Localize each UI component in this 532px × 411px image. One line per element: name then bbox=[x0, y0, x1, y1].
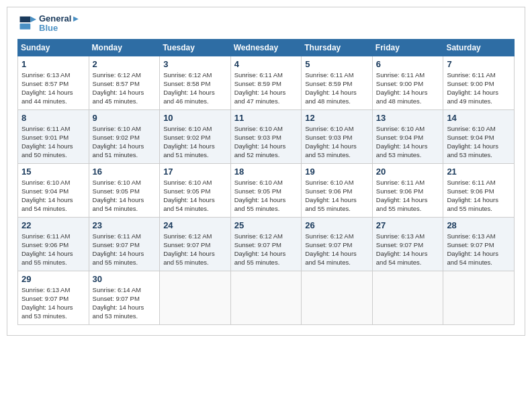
day-number: 8 bbox=[21, 113, 85, 123]
day-cell: 8 Sunrise: 6:11 AMSunset: 9:01 PMDayligh… bbox=[18, 109, 89, 163]
day-number: 20 bbox=[376, 167, 440, 177]
day-number: 5 bbox=[305, 59, 369, 69]
day-cell: 17 Sunrise: 6:10 AMSunset: 9:05 PMDaylig… bbox=[160, 163, 231, 217]
header-cell-sunday: Sunday bbox=[18, 39, 89, 56]
day-cell: 13 Sunrise: 6:10 AMSunset: 9:04 PMDaylig… bbox=[372, 109, 443, 163]
calendar-table: SundayMondayTuesdayWednesdayThursdayFrid… bbox=[17, 39, 515, 325]
day-cell: 30 Sunrise: 6:14 AMSunset: 9:07 PMDaylig… bbox=[89, 271, 160, 324]
day-cell: 5 Sunrise: 6:11 AMSunset: 8:59 PMDayligh… bbox=[302, 56, 373, 109]
day-info: Sunrise: 6:11 AMSunset: 8:59 PMDaylight:… bbox=[305, 71, 369, 106]
day-number: 24 bbox=[163, 220, 227, 230]
day-cell: 11 Sunrise: 6:10 AMSunset: 9:03 PMDaylig… bbox=[230, 109, 302, 163]
week-row-1: 1 Sunrise: 6:13 AMSunset: 8:57 PMDayligh… bbox=[18, 56, 515, 109]
logo-icon bbox=[17, 14, 36, 33]
week-row-4: 22 Sunrise: 6:11 AMSunset: 9:06 PMDaylig… bbox=[18, 217, 515, 271]
day-cell: 3 Sunrise: 6:12 AMSunset: 8:58 PMDayligh… bbox=[160, 56, 231, 109]
day-number: 3 bbox=[163, 59, 227, 69]
day-info: Sunrise: 6:12 AMSunset: 9:07 PMDaylight:… bbox=[305, 232, 369, 267]
calendar-page: General► Blue SundayMondayTuesdayWednesd… bbox=[7, 7, 525, 336]
day-cell: 15 Sunrise: 6:10 AMSunset: 9:04 PMDaylig… bbox=[18, 163, 89, 217]
day-cell bbox=[230, 271, 302, 324]
header-cell-saturday: Saturday bbox=[443, 39, 515, 56]
day-info: Sunrise: 6:10 AMSunset: 9:04 PMDaylight:… bbox=[376, 124, 440, 160]
day-info: Sunrise: 6:11 AMSunset: 9:06 PMDaylight:… bbox=[447, 178, 511, 214]
day-cell: 20 Sunrise: 6:11 AMSunset: 9:06 PMDaylig… bbox=[372, 163, 443, 217]
day-info: Sunrise: 6:13 AMSunset: 9:07 PMDaylight:… bbox=[447, 232, 511, 267]
day-number: 14 bbox=[447, 113, 511, 123]
week-row-2: 8 Sunrise: 6:11 AMSunset: 9:01 PMDayligh… bbox=[18, 109, 515, 163]
day-number: 22 bbox=[21, 220, 85, 230]
day-cell: 27 Sunrise: 6:13 AMSunset: 9:07 PMDaylig… bbox=[372, 217, 443, 271]
day-cell: 7 Sunrise: 6:11 AMSunset: 9:00 PMDayligh… bbox=[443, 56, 515, 109]
day-number: 10 bbox=[163, 113, 227, 123]
day-info: Sunrise: 6:10 AMSunset: 9:05 PMDaylight:… bbox=[234, 178, 298, 214]
day-cell: 18 Sunrise: 6:10 AMSunset: 9:05 PMDaylig… bbox=[230, 163, 302, 217]
day-info: Sunrise: 6:11 AMSunset: 9:00 PMDaylight:… bbox=[447, 71, 511, 106]
day-cell: 28 Sunrise: 6:13 AMSunset: 9:07 PMDaylig… bbox=[443, 217, 515, 271]
day-info: Sunrise: 6:11 AMSunset: 8:59 PMDaylight:… bbox=[234, 71, 298, 106]
day-cell: 4 Sunrise: 6:11 AMSunset: 8:59 PMDayligh… bbox=[230, 56, 302, 109]
header-cell-wednesday: Wednesday bbox=[230, 39, 302, 56]
day-info: Sunrise: 6:10 AMSunset: 9:03 PMDaylight:… bbox=[305, 124, 369, 160]
day-info: Sunrise: 6:11 AMSunset: 9:07 PMDaylight:… bbox=[93, 232, 157, 267]
header-cell-tuesday: Tuesday bbox=[160, 39, 231, 56]
day-cell: 6 Sunrise: 6:11 AMSunset: 9:00 PMDayligh… bbox=[372, 56, 443, 109]
day-number: 25 bbox=[234, 220, 298, 230]
day-info: Sunrise: 6:12 AMSunset: 8:58 PMDaylight:… bbox=[163, 71, 227, 106]
day-info: Sunrise: 6:11 AMSunset: 9:06 PMDaylight:… bbox=[21, 232, 85, 267]
day-info: Sunrise: 6:11 AMSunset: 9:01 PMDaylight:… bbox=[21, 124, 85, 160]
day-number: 17 bbox=[163, 167, 227, 177]
day-number: 27 bbox=[376, 220, 440, 230]
day-number: 11 bbox=[234, 113, 298, 123]
day-cell: 24 Sunrise: 6:12 AMSunset: 9:07 PMDaylig… bbox=[160, 217, 231, 271]
day-info: Sunrise: 6:12 AMSunset: 9:07 PMDaylight:… bbox=[234, 232, 298, 267]
day-cell: 21 Sunrise: 6:11 AMSunset: 9:06 PMDaylig… bbox=[443, 163, 515, 217]
day-number: 12 bbox=[305, 113, 369, 123]
day-cell: 25 Sunrise: 6:12 AMSunset: 9:07 PMDaylig… bbox=[230, 217, 302, 271]
day-number: 23 bbox=[93, 220, 157, 230]
header-cell-friday: Friday bbox=[372, 39, 443, 56]
day-info: Sunrise: 6:10 AMSunset: 9:06 PMDaylight:… bbox=[305, 178, 369, 214]
day-number: 1 bbox=[21, 59, 85, 69]
day-info: Sunrise: 6:10 AMSunset: 9:04 PMDaylight:… bbox=[21, 178, 85, 214]
svg-rect-3 bbox=[20, 24, 31, 30]
day-info: Sunrise: 6:14 AMSunset: 9:07 PMDaylight:… bbox=[93, 285, 157, 321]
day-info: Sunrise: 6:10 AMSunset: 9:02 PMDaylight:… bbox=[163, 124, 227, 160]
day-number: 4 bbox=[234, 59, 298, 69]
header-row: SundayMondayTuesdayWednesdayThursdayFrid… bbox=[18, 39, 515, 56]
day-cell: 19 Sunrise: 6:10 AMSunset: 9:06 PMDaylig… bbox=[302, 163, 373, 217]
day-info: Sunrise: 6:11 AMSunset: 9:00 PMDaylight:… bbox=[376, 71, 440, 106]
day-number: 21 bbox=[447, 167, 511, 177]
day-number: 29 bbox=[21, 274, 85, 284]
day-cell bbox=[372, 271, 443, 324]
day-number: 30 bbox=[93, 274, 157, 284]
day-cell: 14 Sunrise: 6:10 AMSunset: 9:04 PMDaylig… bbox=[443, 109, 515, 163]
day-number: 28 bbox=[447, 220, 511, 230]
day-number: 2 bbox=[93, 59, 157, 69]
header-cell-thursday: Thursday bbox=[302, 39, 373, 56]
day-number: 6 bbox=[376, 59, 440, 69]
day-info: Sunrise: 6:13 AMSunset: 9:07 PMDaylight:… bbox=[21, 285, 85, 321]
day-cell: 2 Sunrise: 6:12 AMSunset: 8:57 PMDayligh… bbox=[89, 56, 160, 109]
day-info: Sunrise: 6:10 AMSunset: 9:05 PMDaylight:… bbox=[93, 178, 157, 214]
day-cell: 23 Sunrise: 6:11 AMSunset: 9:07 PMDaylig… bbox=[89, 217, 160, 271]
day-info: Sunrise: 6:12 AMSunset: 8:57 PMDaylight:… bbox=[93, 71, 157, 106]
week-row-3: 15 Sunrise: 6:10 AMSunset: 9:04 PMDaylig… bbox=[18, 163, 515, 217]
day-info: Sunrise: 6:12 AMSunset: 9:07 PMDaylight:… bbox=[163, 232, 227, 267]
day-info: Sunrise: 6:13 AMSunset: 9:07 PMDaylight:… bbox=[376, 232, 440, 267]
day-info: Sunrise: 6:10 AMSunset: 9:02 PMDaylight:… bbox=[93, 124, 157, 160]
day-info: Sunrise: 6:10 AMSunset: 9:04 PMDaylight:… bbox=[447, 124, 511, 160]
day-cell: 16 Sunrise: 6:10 AMSunset: 9:05 PMDaylig… bbox=[89, 163, 160, 217]
day-number: 9 bbox=[93, 113, 157, 123]
day-number: 16 bbox=[93, 167, 157, 177]
day-cell: 26 Sunrise: 6:12 AMSunset: 9:07 PMDaylig… bbox=[302, 217, 373, 271]
svg-marker-1 bbox=[20, 17, 31, 23]
day-info: Sunrise: 6:10 AMSunset: 9:05 PMDaylight:… bbox=[163, 178, 227, 214]
day-cell: 12 Sunrise: 6:10 AMSunset: 9:03 PMDaylig… bbox=[302, 109, 373, 163]
day-number: 13 bbox=[376, 113, 440, 123]
day-number: 7 bbox=[447, 59, 511, 69]
logo-text: General► Blue bbox=[39, 14, 80, 34]
day-cell bbox=[160, 271, 231, 324]
day-number: 26 bbox=[305, 220, 369, 230]
header: General► Blue bbox=[17, 14, 515, 34]
